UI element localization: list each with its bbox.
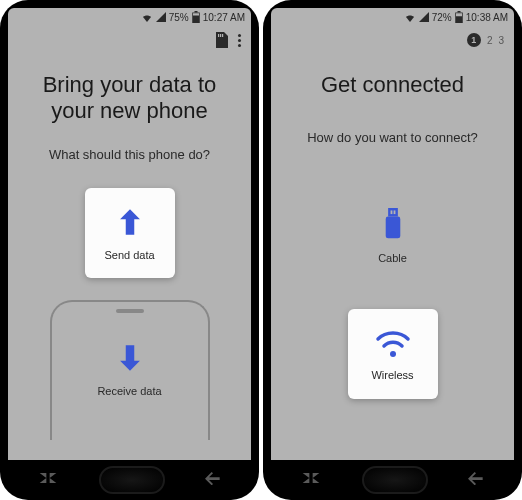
svg-rect-10	[390, 211, 392, 215]
page-title: Bring your data to your new phone	[43, 72, 217, 125]
receive-data-label: Receive data	[97, 385, 161, 397]
svg-rect-1	[194, 11, 197, 13]
cable-label: Cable	[378, 252, 407, 264]
svg-rect-9	[388, 208, 398, 217]
page-subtitle: How do you want to connect?	[307, 130, 478, 145]
nav-bar	[8, 460, 251, 500]
top-icons	[8, 26, 251, 54]
receive-data-outline[interactable]: Receive data	[50, 300, 210, 440]
svg-rect-2	[193, 13, 199, 15]
usb-icon	[378, 208, 408, 246]
send-data-card[interactable]: Send data	[85, 188, 175, 278]
back-icon[interactable]	[205, 471, 221, 489]
wifi-large-icon	[373, 327, 413, 363]
home-button[interactable]	[99, 466, 165, 494]
back-icon[interactable]	[468, 471, 484, 489]
svg-rect-8	[456, 13, 462, 16]
content-right: Get connected How do you want to connect…	[271, 54, 514, 460]
step-3: 3	[498, 35, 504, 46]
arrow-down-icon	[113, 341, 147, 379]
title-line2: your new phone	[51, 98, 208, 123]
status-bar: 72% 10:38 AM	[271, 8, 514, 26]
battery-percent: 75%	[169, 12, 189, 23]
svg-rect-3	[218, 34, 219, 37]
battery-icon	[192, 11, 200, 23]
recent-apps-icon[interactable]	[301, 471, 321, 489]
content-left: Bring your data to your new phone What s…	[8, 54, 251, 460]
signal-icon	[156, 12, 166, 22]
cable-card[interactable]: Cable	[348, 191, 438, 281]
receive-data-card[interactable]: Receive data	[85, 324, 175, 414]
phone-right: 72% 10:38 AM 1 2 3 Get connected How do …	[263, 0, 522, 500]
screen-right: 72% 10:38 AM 1 2 3 Get connected How do …	[271, 8, 514, 460]
page-title: Get connected	[321, 72, 464, 98]
wireless-card[interactable]: Wireless	[348, 309, 438, 399]
more-menu-icon[interactable]	[238, 34, 241, 47]
nav-bar	[271, 460, 514, 500]
signal-icon	[419, 12, 429, 22]
step-2: 2	[487, 35, 493, 46]
recent-apps-icon[interactable]	[38, 471, 58, 489]
wireless-label: Wireless	[371, 369, 413, 381]
send-data-label: Send data	[104, 249, 154, 261]
sd-card-icon[interactable]	[214, 32, 228, 48]
phone-left: 75% 10:27 AM Bring your data to your new…	[0, 0, 259, 500]
arrow-up-icon	[113, 205, 147, 243]
wifi-icon	[404, 12, 416, 22]
status-bar: 75% 10:27 AM	[8, 8, 251, 26]
svg-rect-5	[222, 34, 223, 37]
title-line1: Bring your data to	[43, 72, 217, 97]
battery-percent: 72%	[432, 12, 452, 23]
wifi-icon	[141, 12, 153, 22]
step-indicator: 1 2 3	[467, 33, 504, 47]
svg-rect-4	[220, 34, 221, 37]
svg-rect-11	[393, 211, 395, 215]
svg-rect-12	[385, 217, 400, 239]
page-subtitle: What should this phone do?	[49, 147, 210, 162]
top-icons: 1 2 3	[271, 26, 514, 54]
battery-icon	[455, 11, 463, 23]
screen-left: 75% 10:27 AM Bring your data to your new…	[8, 8, 251, 460]
clock: 10:27 AM	[203, 12, 245, 23]
clock: 10:38 AM	[466, 12, 508, 23]
svg-rect-7	[457, 11, 460, 13]
step-current: 1	[467, 33, 481, 47]
home-button[interactable]	[362, 466, 428, 494]
